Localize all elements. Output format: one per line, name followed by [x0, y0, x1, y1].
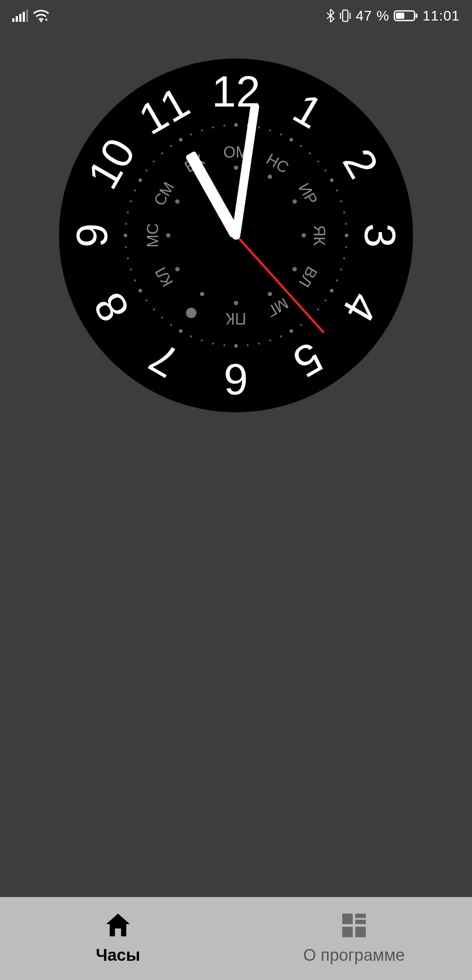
status-left	[12, 9, 50, 22]
tick	[280, 335, 282, 338]
inner-marker-dot	[186, 308, 197, 318]
inner-ring-dot	[292, 200, 297, 204]
tick	[343, 211, 345, 214]
inner-ring-dot	[268, 292, 272, 296]
battery-percent: 47 %	[356, 8, 389, 24]
svg-rect-8	[396, 13, 404, 19]
svg-rect-9	[416, 14, 417, 18]
tick	[124, 234, 127, 237]
tick	[190, 133, 192, 135]
wifi-icon	[32, 9, 50, 22]
clock-hub	[232, 231, 240, 240]
tick	[258, 342, 260, 345]
inner-ring-dot	[200, 292, 205, 296]
home-icon	[104, 913, 132, 938]
tick	[161, 317, 163, 319]
tick	[345, 223, 347, 225]
tick	[134, 279, 136, 281]
tick	[125, 223, 127, 225]
inner-ring-dot	[302, 233, 306, 238]
tick	[269, 339, 271, 342]
svg-rect-3	[23, 12, 25, 22]
tick	[280, 133, 282, 135]
tick	[223, 124, 226, 127]
bottom-nav: Часы О программе	[0, 897, 472, 980]
tick	[336, 190, 338, 192]
grid-icon	[341, 913, 367, 938]
inner-ring-dot	[175, 200, 180, 204]
tick	[146, 299, 148, 301]
signal-icon	[12, 10, 28, 22]
inner-ring-dot	[292, 267, 297, 272]
tick	[246, 344, 249, 346]
tick	[153, 308, 155, 311]
clock-numeral: 3	[358, 223, 402, 248]
clock-numeral: 9	[70, 223, 114, 248]
inner-ring-dot	[234, 301, 238, 305]
status-right: 47 % 11:01	[326, 8, 460, 24]
tick	[290, 138, 293, 141]
tick	[170, 324, 172, 326]
tick	[201, 339, 203, 342]
tick	[125, 246, 127, 248]
tick	[134, 190, 136, 192]
tick	[317, 160, 319, 162]
tick	[258, 126, 260, 128]
tick	[343, 257, 345, 259]
inner-city-label: ПК	[226, 311, 246, 326]
tick	[234, 123, 238, 127]
main: 121234567891011 ОМНСИРЯКВЛМГПККЛМССМЕК	[0, 31, 472, 385]
tick	[161, 152, 163, 154]
tick	[146, 169, 148, 172]
tick	[345, 234, 348, 237]
tick	[179, 329, 183, 333]
tick	[330, 289, 333, 293]
nav-label: О программе	[303, 946, 405, 965]
tick	[340, 200, 342, 202]
tick	[212, 342, 214, 345]
tick	[127, 211, 129, 214]
tick	[139, 289, 142, 293]
tick	[179, 138, 183, 141]
tick	[345, 246, 347, 248]
tick	[190, 335, 192, 338]
tick	[330, 179, 333, 182]
svg-rect-12	[355, 920, 366, 924]
tick	[223, 344, 226, 346]
tick	[324, 299, 326, 301]
analog-clock[interactable]: 121234567891011 ОМНСИРЯКВЛМГПККЛМССМЕК	[59, 59, 413, 412]
tick	[300, 145, 302, 147]
tick	[153, 160, 155, 162]
tick	[234, 344, 238, 348]
svg-rect-13	[342, 927, 353, 937]
clock-numeral: 6	[224, 358, 248, 401]
inner-ring-dot	[166, 233, 170, 238]
bluetooth-icon	[326, 9, 335, 23]
tick	[170, 145, 172, 147]
svg-rect-6	[343, 10, 348, 21]
tick	[127, 257, 129, 259]
battery-icon	[394, 10, 418, 22]
svg-rect-4	[26, 10, 28, 22]
tick	[212, 126, 214, 128]
nav-tab-clock[interactable]: Часы	[0, 897, 236, 980]
svg-rect-1	[16, 16, 18, 22]
svg-rect-14	[355, 927, 366, 937]
status-bar: 47 % 11:01	[0, 0, 472, 31]
inner-ring-dot	[268, 175, 272, 179]
tick	[139, 179, 142, 182]
svg-rect-11	[355, 914, 366, 918]
svg-point-5	[40, 20, 42, 22]
tick	[290, 329, 293, 333]
nav-tab-about[interactable]: О программе	[236, 897, 472, 980]
tick	[269, 129, 271, 131]
svg-rect-2	[19, 14, 21, 22]
inner-ring-dot	[175, 267, 180, 272]
svg-rect-10	[342, 914, 353, 924]
tick	[336, 279, 338, 281]
inner-city-label: МС	[145, 223, 161, 248]
tick	[130, 269, 132, 271]
tick	[324, 169, 326, 172]
tick	[130, 200, 132, 202]
svg-rect-0	[12, 18, 14, 22]
